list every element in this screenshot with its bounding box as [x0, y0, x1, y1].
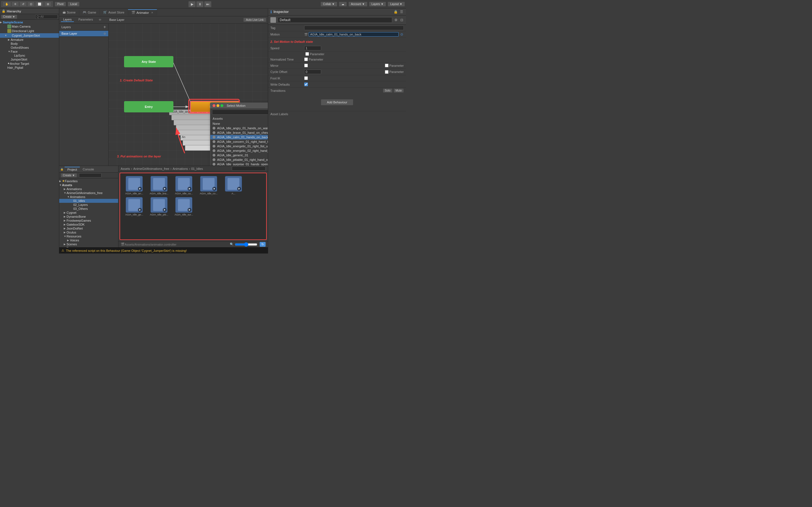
asset-item-0[interactable]: ▶AGIA_Idle_an... [123, 176, 146, 195]
layout-button[interactable]: Layout ▼ [388, 2, 405, 6]
asset-play-icon-7[interactable]: ▶ [188, 208, 192, 212]
normalized-checkbox[interactable] [304, 57, 308, 61]
speed-field[interactable] [304, 46, 321, 50]
inspector-lock-button[interactable]: 🔒 [393, 10, 398, 14]
hierarchy-item-jumperskirt[interactable]: JumperSkirt [0, 57, 59, 61]
cycle-param-checkbox[interactable] [385, 70, 389, 74]
popup-list-item-1[interactable]: AGIA_Idle_angry_01_hands_on_waist [210, 126, 268, 130]
asset-play-icon-6[interactable]: ▶ [163, 208, 167, 212]
cycle-offset-field[interactable] [304, 69, 321, 74]
multiplier-checkbox[interactable] [305, 52, 309, 56]
asset-item-4[interactable]: ▶A... [222, 176, 245, 195]
project-voices[interactable]: ▶Voices [59, 238, 118, 242]
add-layer-button[interactable]: + [103, 25, 106, 29]
layers-button[interactable]: Layers ▼ [369, 2, 386, 6]
mute-button[interactable]: Mute [394, 89, 404, 93]
project-anime-girl[interactable]: ▼AnimeGirlAnimations_free [59, 191, 118, 195]
scale-tool[interactable]: ⊡ [28, 2, 35, 6]
popup-list-item-0[interactable]: None [210, 121, 268, 126]
state-options-button[interactable]: ⚙ [394, 18, 398, 22]
asset-item-6[interactable]: ▶AGIA_Idle_piti... [148, 197, 170, 216]
popup-list-item-7[interactable]: AGIA_Idle_generic_01 [210, 153, 268, 158]
layer-settings-icon[interactable]: ⚙ [103, 32, 106, 35]
state-name-field[interactable] [278, 17, 392, 23]
step-button[interactable]: ⏭ [204, 1, 211, 7]
asset-play-icon-1[interactable]: ▶ [163, 187, 167, 191]
hierarchy-item-armature[interactable]: ▶Armature [0, 38, 59, 42]
hand-tool[interactable]: ✋ [3, 2, 11, 6]
mirror-checkbox[interactable] [304, 64, 308, 67]
project-assets[interactable]: ▼Assets [59, 183, 118, 187]
zoom-slider[interactable] [235, 242, 257, 247]
asset-play-icon-3[interactable]: ▶ [212, 187, 216, 191]
hierarchy-item-sample-scene[interactable]: ▶SampleScene [0, 20, 59, 24]
project-dynamic-bone[interactable]: ▶DynamicBone [59, 215, 118, 219]
account-button[interactable]: Account ▼ [349, 2, 367, 6]
auto-live-button[interactable]: Auto Live Link [243, 18, 266, 22]
console-tab[interactable]: Console [80, 167, 97, 172]
state-expand-button[interactable]: ⊡ [400, 18, 404, 22]
add-behaviour-button[interactable]: Add Behaviour [321, 99, 353, 105]
asset-item-7[interactable]: ▶AGIA_Idle_sur... [172, 197, 195, 216]
motion-field[interactable] [309, 32, 399, 37]
local-button[interactable]: Local [68, 2, 80, 6]
asset-play-icon-5[interactable]: ▶ [138, 208, 142, 212]
asset-item-5[interactable]: ▶AGIA_Idle_ge... [123, 197, 146, 216]
anim-tab-parameters[interactable]: Parameters [76, 18, 95, 22]
asset-play-icon-4[interactable]: ▶ [237, 187, 241, 191]
hierarchy-item-face[interactable]: ▼Face [0, 50, 59, 54]
project-gatebox[interactable]: ▶GateboxSDK [59, 223, 118, 226]
project-cygnet[interactable]: ▶Cygnet [59, 211, 118, 215]
asset-item-3[interactable]: ▶AGIA_Idle_co... [197, 176, 220, 195]
hierarchy-item-anchor[interactable]: ✦ Anchor Target [0, 61, 59, 66]
hierarchy-item-body[interactable]: Body [0, 42, 59, 46]
project-01-idles[interactable]: 01_Idles [59, 199, 118, 203]
inspector-menu-button[interactable]: ☰ [400, 10, 404, 14]
hierarchy-item-cygnet[interactable]: ▼Cygnet_JumperSkirt [0, 33, 59, 38]
popup-list-item-5[interactable]: AGIA_Idle_energetic_01_right_fist_up [210, 144, 268, 149]
move-tool[interactable]: ✛ [11, 2, 19, 6]
layer-item-base[interactable]: Base Layer ⚙ [59, 31, 108, 37]
project-tab[interactable]: Project [64, 167, 80, 172]
popup-list-item-2[interactable]: AGIA_Idle_brave_01_hand_on_chest [210, 130, 268, 135]
hierarchy-item-directional-light[interactable]: Directional Light [0, 29, 59, 33]
popup-list-item-3[interactable]: AGIA_Idle_calm_01_hands_on_back [210, 135, 268, 139]
asset-item-1[interactable]: ▶AGIA_Idle_bra... [148, 176, 170, 195]
solo-button[interactable]: Solo [383, 89, 393, 93]
play-button[interactable]: ▶ [188, 1, 196, 7]
hierarchy-item-lipsync[interactable]: LipSync [0, 54, 59, 57]
collab-button[interactable]: Collab ▼ [320, 2, 337, 6]
write-defaults-checkbox[interactable] [304, 82, 308, 86]
path-segment-0[interactable]: Assets [121, 167, 130, 170]
asset-play-icon-0[interactable]: ▶ [138, 187, 142, 191]
mirror-param-checkbox[interactable] [385, 64, 389, 67]
motion-pick-button[interactable]: ⊙ [400, 33, 404, 36]
transform-tool[interactable]: ⊞ [44, 2, 52, 6]
project-resources[interactable]: ▼Resources [59, 234, 118, 238]
path-segment-1[interactable]: AnimeGirlAnimations_free [133, 167, 169, 170]
popup-maximize-dot[interactable] [220, 104, 223, 107]
hierarchy-create-button[interactable]: Create ▼ [1, 15, 17, 19]
project-frostweep[interactable]: ▶FrostweepGames [59, 219, 118, 223]
path-segment-2[interactable]: Animations [172, 167, 188, 170]
popup-search-input[interactable] [212, 110, 268, 115]
tab-animator[interactable]: 🎬 Animator ✕ [128, 9, 157, 15]
tag-field[interactable] [304, 25, 404, 30]
popup-list-item-4[interactable]: AGIA_Idle_concern_01_right_hand_front [210, 139, 268, 144]
popup-list-item-6[interactable]: AGIA_Idle_energetic_02_right_hand_piece [210, 149, 268, 153]
hierarchy-search-input[interactable] [35, 15, 58, 19]
animator-tab-close[interactable]: ✕ [151, 11, 153, 14]
asset-play-icon-2[interactable]: ▶ [188, 187, 192, 191]
popup-list-item-8[interactable]: AGIA_Idle_pitiable_01_right_hand_on_back… [210, 158, 268, 162]
popup-minimize-dot[interactable] [216, 104, 219, 107]
project-03-others[interactable]: 03_Others [59, 207, 118, 211]
project-search-input[interactable] [79, 173, 101, 177]
project-scenes[interactable]: ▶Scenes [59, 242, 118, 246]
cloud-button[interactable]: ☁ [339, 2, 347, 6]
project-favorites[interactable]: ▶★ Favorites [59, 179, 118, 183]
hierarchy-item-main-camera[interactable]: Main Camera [0, 24, 59, 29]
project-jsondotnet[interactable]: ▶JsonDotNet [59, 226, 118, 230]
project-02-layers[interactable]: 02_Layers [59, 203, 118, 207]
any-state-node[interactable]: Any State [124, 56, 173, 67]
rotate-tool[interactable]: ↺ [19, 2, 27, 6]
